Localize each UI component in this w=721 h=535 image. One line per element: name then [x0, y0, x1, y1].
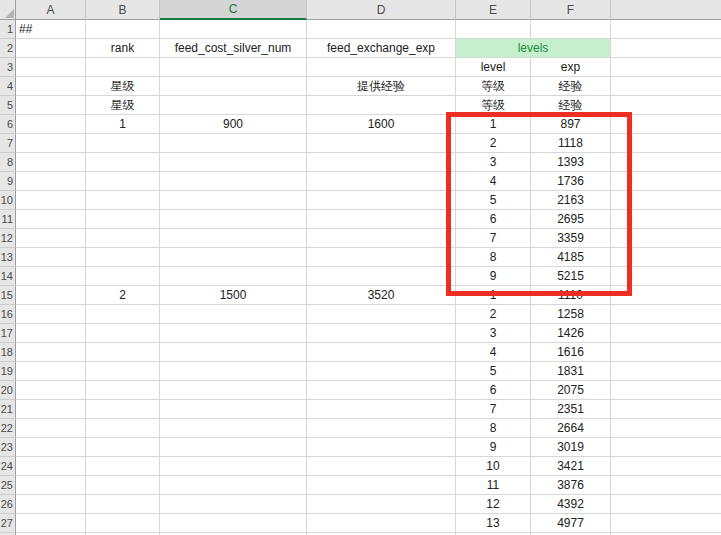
cell-E15[interactable]: 1: [456, 286, 531, 305]
row-header-27[interactable]: 27: [0, 514, 16, 533]
row-header-7[interactable]: 7: [0, 134, 16, 153]
cell-B12[interactable]: [86, 229, 160, 248]
row-header-19[interactable]: 19: [0, 362, 16, 381]
cell-D26[interactable]: [307, 495, 456, 514]
row-header-12[interactable]: 12: [0, 229, 16, 248]
cell-B22[interactable]: [86, 419, 160, 438]
cell-F24[interactable]: 3421: [531, 457, 611, 476]
cell-D22[interactable]: [307, 419, 456, 438]
cell-E4[interactable]: 等级: [456, 77, 531, 96]
cell-A13[interactable]: [16, 248, 86, 267]
cell-B19[interactable]: [86, 362, 160, 381]
cell-A19[interactable]: [16, 362, 86, 381]
cell-D7[interactable]: [307, 134, 456, 153]
cell-E13[interactable]: 8: [456, 248, 531, 267]
column-header-A[interactable]: A: [16, 0, 86, 20]
cell-B6[interactable]: 1: [86, 115, 160, 134]
cell-E20[interactable]: 6: [456, 381, 531, 400]
cell-C17[interactable]: [160, 324, 307, 343]
cell-C20[interactable]: [160, 381, 307, 400]
cell-E14[interactable]: 9: [456, 267, 531, 286]
cell-E18[interactable]: 4: [456, 343, 531, 362]
column-header-C[interactable]: C: [160, 0, 307, 20]
cell-E7[interactable]: 2: [456, 134, 531, 153]
merged-cell-levels[interactable]: levels: [456, 39, 611, 58]
cell-C1[interactable]: [160, 20, 307, 39]
cell-F7[interactable]: 1118: [531, 134, 611, 153]
cell-B21[interactable]: [86, 400, 160, 419]
cell-E6[interactable]: 1: [456, 115, 531, 134]
cell-E1[interactable]: [456, 20, 531, 39]
row-header-25[interactable]: 25: [0, 476, 16, 495]
cell-A16[interactable]: [16, 305, 86, 324]
cell-C6[interactable]: 900: [160, 115, 307, 134]
cell-F15[interactable]: 1110: [531, 286, 611, 305]
cell-C22[interactable]: [160, 419, 307, 438]
cell-B3[interactable]: [86, 58, 160, 77]
cell-A12[interactable]: [16, 229, 86, 248]
cell-F1[interactable]: [531, 20, 611, 39]
cell-E23[interactable]: 9: [456, 438, 531, 457]
cell-B15[interactable]: 2: [86, 286, 160, 305]
cell-B25[interactable]: [86, 476, 160, 495]
cell-F21[interactable]: 2351: [531, 400, 611, 419]
cell-C2[interactable]: feed_cost_silver_num: [160, 39, 307, 58]
cell-F27[interactable]: 4977: [531, 514, 611, 533]
cell-A9[interactable]: [16, 172, 86, 191]
row-header-23[interactable]: 23: [0, 438, 16, 457]
cell-D20[interactable]: [307, 381, 456, 400]
cell-F9[interactable]: 1736: [531, 172, 611, 191]
cell-D16[interactable]: [307, 305, 456, 324]
cell-D2[interactable]: feed_exchange_exp: [307, 39, 456, 58]
cell-A15[interactable]: [16, 286, 86, 305]
cell-E25[interactable]: 11: [456, 476, 531, 495]
cell-D1[interactable]: [307, 20, 456, 39]
cell-F18[interactable]: 1616: [531, 343, 611, 362]
cell-C25[interactable]: [160, 476, 307, 495]
row-header-22[interactable]: 22: [0, 419, 16, 438]
cell-C11[interactable]: [160, 210, 307, 229]
cell-C7[interactable]: [160, 134, 307, 153]
cell-B13[interactable]: [86, 248, 160, 267]
cell-C24[interactable]: [160, 457, 307, 476]
cell-A24[interactable]: [16, 457, 86, 476]
cell-B18[interactable]: [86, 343, 160, 362]
cell-A4[interactable]: [16, 77, 86, 96]
cell-D6[interactable]: 1600: [307, 115, 456, 134]
cell-F8[interactable]: 1393: [531, 153, 611, 172]
cell-F11[interactable]: 2695: [531, 210, 611, 229]
row-header-15[interactable]: 15: [0, 286, 16, 305]
cell-F5[interactable]: 经验: [531, 96, 611, 115]
column-header-D[interactable]: D: [307, 0, 456, 20]
cell-C4[interactable]: [160, 77, 307, 96]
cell-F20[interactable]: 2075: [531, 381, 611, 400]
row-header-14[interactable]: 14: [0, 267, 16, 286]
cell-D25[interactable]: [307, 476, 456, 495]
cell-A21[interactable]: [16, 400, 86, 419]
cell-E27[interactable]: 13: [456, 514, 531, 533]
row-header-21[interactable]: 21: [0, 400, 16, 419]
cell-A20[interactable]: [16, 381, 86, 400]
cell-D9[interactable]: [307, 172, 456, 191]
cell-C5[interactable]: [160, 96, 307, 115]
cell-B27[interactable]: [86, 514, 160, 533]
row-header-4[interactable]: 4: [0, 77, 16, 96]
cell-C18[interactable]: [160, 343, 307, 362]
cell-A22[interactable]: [16, 419, 86, 438]
cell-B8[interactable]: [86, 153, 160, 172]
cell-F22[interactable]: 2664: [531, 419, 611, 438]
cell-B14[interactable]: [86, 267, 160, 286]
cell-E8[interactable]: 3: [456, 153, 531, 172]
select-all-corner[interactable]: [0, 0, 16, 20]
cell-D27[interactable]: [307, 514, 456, 533]
cell-C15[interactable]: 1500: [160, 286, 307, 305]
cell-C8[interactable]: [160, 153, 307, 172]
cell-F13[interactable]: 4185: [531, 248, 611, 267]
cell-B1[interactable]: [86, 20, 160, 39]
cell-D14[interactable]: [307, 267, 456, 286]
cell-B7[interactable]: [86, 134, 160, 153]
cell-D21[interactable]: [307, 400, 456, 419]
cell-F14[interactable]: 5215: [531, 267, 611, 286]
cell-D15[interactable]: 3520: [307, 286, 456, 305]
cell-F3[interactable]: exp: [531, 58, 611, 77]
